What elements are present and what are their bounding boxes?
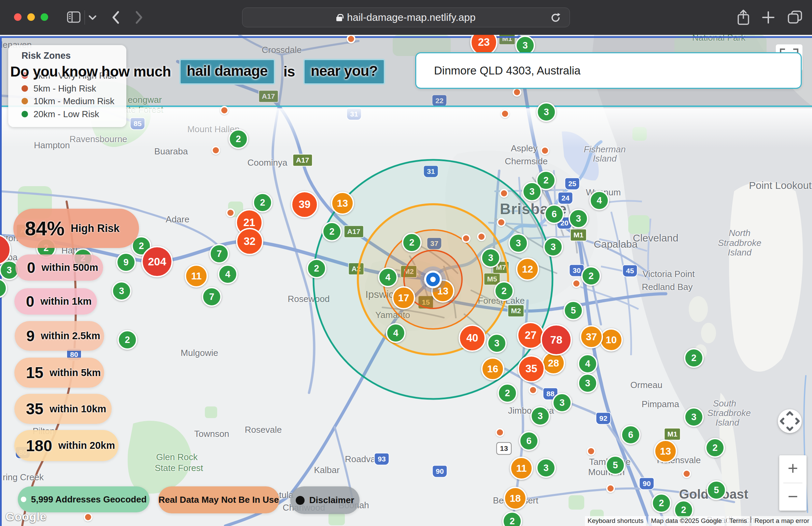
cluster-marker[interactable]: 4 xyxy=(386,323,406,343)
cluster-marker[interactable]: 2 xyxy=(117,330,137,350)
cluster-marker[interactable]: 2 xyxy=(498,383,517,403)
cluster-marker[interactable]: 13 xyxy=(331,192,354,215)
cluster-marker[interactable]: 5 xyxy=(706,480,726,500)
address-dot-marker[interactable] xyxy=(541,146,549,155)
cluster-marker[interactable]: 2 xyxy=(705,438,725,458)
address-dot-marker[interactable] xyxy=(84,513,93,522)
address-dot-marker[interactable] xyxy=(587,447,596,456)
cluster-marker[interactable]: 3 xyxy=(578,373,598,393)
cluster-marker[interactable]: 32 xyxy=(236,228,263,255)
cluster-marker[interactable]: 2 xyxy=(581,266,601,286)
page-headline: Do you know how much hail damage is near… xyxy=(10,59,385,85)
cluster-marker[interactable]: 7 xyxy=(202,287,222,307)
address-dot-marker[interactable] xyxy=(501,109,509,118)
risk-zones-legend: Risk Zones 2km - Very High Risk5km - Hig… xyxy=(8,45,126,127)
cluster-marker[interactable]: 35 xyxy=(518,355,545,383)
minimize-window-button[interactable] xyxy=(27,13,35,21)
address-dot-marker[interactable] xyxy=(495,428,504,437)
cluster-marker[interactable]: 3 xyxy=(536,102,556,122)
address-dot-marker[interactable] xyxy=(347,35,355,43)
new-tab-icon[interactable] xyxy=(761,11,775,24)
cluster-marker[interactable]: 3 xyxy=(112,281,131,301)
forward-button[interactable] xyxy=(135,11,144,24)
cluster-marker[interactable]: 3 xyxy=(487,333,507,353)
address-dot-marker[interactable] xyxy=(226,208,235,217)
address-search-input[interactable]: Dinmore QLD 4303, Australia xyxy=(415,52,802,89)
cluster-marker[interactable]: 5 xyxy=(563,301,583,320)
cluster-marker[interactable]: 3 xyxy=(522,182,542,202)
cluster-marker[interactable]: 5 xyxy=(605,455,625,475)
cluster-marker[interactable]: 10 xyxy=(600,328,623,351)
cluster-marker[interactable]: 204 xyxy=(141,246,173,277)
address-dot-marker[interactable] xyxy=(211,146,220,155)
attribution-item[interactable]: Keyboard shortcuts xyxy=(585,516,646,526)
share-icon[interactable] xyxy=(737,9,750,26)
cluster-marker[interactable]: 40 xyxy=(459,324,486,352)
address-dot-marker[interactable] xyxy=(500,189,508,198)
cluster-marker[interactable]: 3 xyxy=(552,393,572,413)
tab-overview-icon[interactable] xyxy=(787,10,803,25)
cluster-marker[interactable]: 2 xyxy=(684,348,704,368)
cluster-marker[interactable]: 6 xyxy=(544,204,564,224)
cluster-marker[interactable]: 7 xyxy=(209,244,229,264)
address-dot-marker[interactable] xyxy=(220,106,229,115)
cluster-marker[interactable]: 16 xyxy=(481,357,504,380)
address-dot-marker[interactable] xyxy=(529,386,537,394)
cluster-marker[interactable]: 3 xyxy=(684,407,704,427)
reload-icon[interactable] xyxy=(550,12,561,24)
address-dot-marker[interactable] xyxy=(513,88,521,97)
zoom-out-button[interactable]: − xyxy=(779,486,807,507)
cluster-marker[interactable]: 2 xyxy=(253,193,272,212)
disclaimer-button[interactable]: Disclaimer xyxy=(290,486,360,514)
cluster-marker[interactable]: 11 xyxy=(510,457,533,480)
address-bar[interactable]: hail-damage-map.netlify.app xyxy=(242,8,570,27)
cluster-marker[interactable]: 3 xyxy=(543,237,563,257)
cluster-marker[interactable]: 4 xyxy=(578,354,598,374)
address-dot-marker[interactable] xyxy=(477,232,486,241)
attribution-item[interactable]: Terms xyxy=(727,516,750,526)
cluster-marker[interactable]: 2 xyxy=(652,493,671,513)
cluster-marker[interactable]: 39 xyxy=(291,191,318,218)
cluster-marker[interactable]: 17 xyxy=(392,286,415,309)
cluster-marker[interactable]: 9 xyxy=(116,252,136,272)
back-button[interactable] xyxy=(111,11,120,24)
cluster-marker[interactable]: 3 xyxy=(569,209,588,229)
chevron-down-icon[interactable] xyxy=(88,14,97,20)
stat-pill: 15within 5km xyxy=(14,358,104,388)
cluster-marker[interactable]: 2 xyxy=(228,129,248,149)
cluster-marker[interactable]: 27 xyxy=(517,322,544,349)
cluster-marker[interactable]: 3 xyxy=(530,406,550,426)
stat-pill: 35within 10km xyxy=(14,394,112,424)
cluster-marker[interactable]: 12 xyxy=(516,258,539,281)
zoom-in-button[interactable]: + xyxy=(779,458,807,479)
cluster-marker[interactable]: 3 xyxy=(536,458,556,478)
address-dot-marker[interactable] xyxy=(606,484,615,493)
cluster-marker[interactable]: 3 xyxy=(508,233,528,253)
address-dot-marker[interactable] xyxy=(682,469,691,478)
zoom-window-button[interactable] xyxy=(41,13,48,21)
cluster-marker[interactable]: 13 xyxy=(654,440,677,463)
cluster-marker[interactable]: 2 xyxy=(494,281,514,301)
sidebar-icon[interactable] xyxy=(67,11,81,23)
address-dot-marker[interactable] xyxy=(572,279,581,288)
close-window-button[interactable] xyxy=(14,13,22,21)
cluster-marker[interactable]: 4 xyxy=(378,267,398,287)
pan-control[interactable] xyxy=(778,409,802,433)
legend-item: 10km - Medium Risk xyxy=(22,96,114,107)
cluster-marker[interactable]: 4 xyxy=(589,191,609,210)
cluster-marker[interactable]: 78 xyxy=(541,324,572,356)
cluster-marker[interactable]: 6 xyxy=(519,431,539,451)
cluster-marker[interactable]: 2 xyxy=(322,222,342,241)
cluster-marker[interactable]: 37 xyxy=(580,325,603,348)
attribution-item[interactable]: Report a map error xyxy=(752,516,812,526)
map-canvas[interactable]: Risk Zones 2km - Very High Risk5km - Hig… xyxy=(0,35,812,526)
address-dot-marker[interactable] xyxy=(497,218,506,227)
cluster-marker[interactable]: 4 xyxy=(218,264,238,284)
cluster-marker[interactable]: 6 xyxy=(621,425,641,445)
cluster-marker[interactable]: 2 xyxy=(307,259,326,278)
cluster-marker[interactable]: 18 xyxy=(504,487,527,510)
cluster-marker[interactable]: 2 xyxy=(402,233,422,252)
cluster-marker[interactable]: 11 xyxy=(185,264,208,288)
address-dot-marker[interactable] xyxy=(462,234,471,243)
cluster-marker[interactable]: 3 xyxy=(481,248,501,268)
